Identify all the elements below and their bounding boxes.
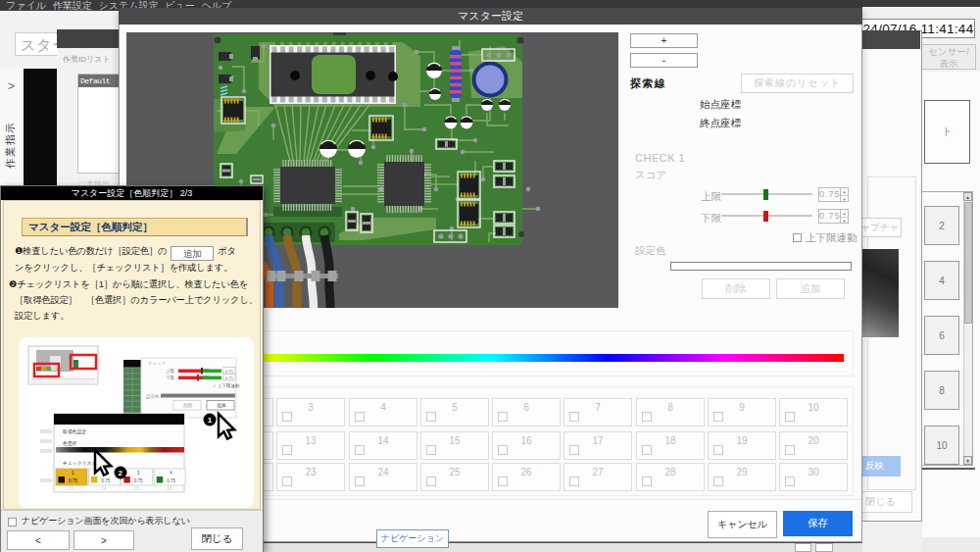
svg-text:0.75: 0.75 <box>134 478 143 483</box>
svg-text:設定色: 設定色 <box>146 393 160 400</box>
svg-text:追加: 追加 <box>217 403 226 408</box>
svg-text:上限: 上限 <box>166 369 175 374</box>
svg-text:0.75: 0.75 <box>101 478 110 483</box>
svg-text:1: 1 <box>208 416 213 425</box>
svg-text:16: 16 <box>167 486 172 491</box>
svg-text:削除: 削除 <box>183 402 193 409</box>
svg-text:下限: 下限 <box>166 376 175 380</box>
svg-text:2: 2 <box>119 469 123 477</box>
svg-text:取得色設定: 取得色設定 <box>63 428 86 435</box>
svg-text:13: 13 <box>69 486 74 491</box>
svg-text:0.75: 0.75 <box>69 478 77 483</box>
svg-text:チェックリスト: チェックリスト <box>63 461 96 466</box>
svg-text:0.75: 0.75 <box>225 369 234 374</box>
svg-text:0.75: 0.75 <box>225 376 234 380</box>
svg-text:✓ 上下限連動: ✓ 上下限連動 <box>213 383 240 388</box>
svg-text:色選択: 色選択 <box>63 440 77 446</box>
svg-text:14: 14 <box>101 486 107 491</box>
svg-text:15: 15 <box>134 486 140 491</box>
svg-text:0.75: 0.75 <box>167 478 175 483</box>
svg-text:チェック: チェック <box>148 361 166 366</box>
